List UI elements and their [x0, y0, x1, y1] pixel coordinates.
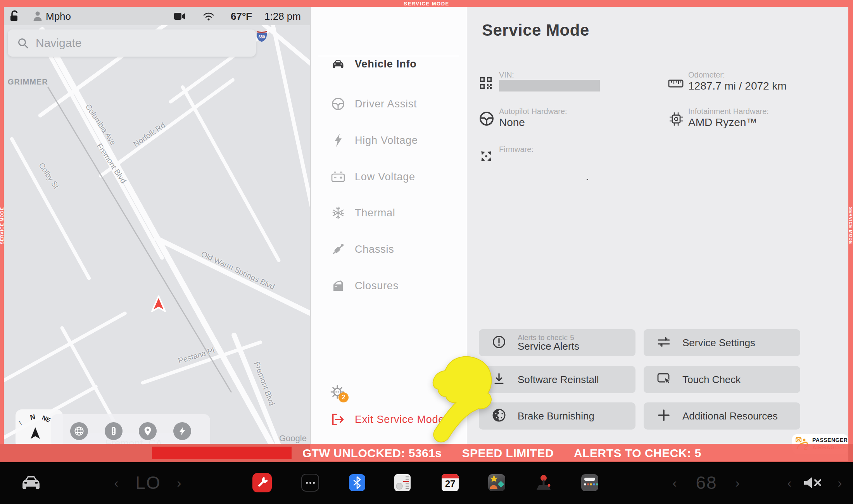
- map-toolbar: [51, 414, 210, 444]
- passenger-temp-down-button[interactable]: ‹: [672, 475, 677, 490]
- driver-name[interactable]: Mpho: [46, 10, 71, 22]
- street-label: Old Warm Springs Blvd: [200, 249, 276, 291]
- driver-temp-down-button[interactable]: ‹: [114, 475, 118, 490]
- app-bluetooth[interactable]: [349, 474, 365, 491]
- autopilot-hardware-label: Autopilot Hardware:: [499, 107, 567, 116]
- menu-item-vehicle-info[interactable]: Vehicle Info: [311, 50, 467, 78]
- menu-item-label: Driver Assist: [355, 98, 417, 110]
- road: [4, 311, 127, 385]
- app-tuner[interactable]: [394, 474, 411, 491]
- vin-label: VIN:: [499, 71, 514, 79]
- gtw-unlocked-status: GTW UNLOCKED: 5361s: [302, 447, 442, 460]
- street-label: Norfolk Rd: [132, 121, 167, 149]
- tuner-dial-icon: [394, 474, 411, 491]
- menu-item-thermal[interactable]: Thermal: [311, 199, 467, 226]
- odometer-label: Odometer:: [688, 71, 725, 79]
- service-mode-panel: Service Mode VIN:: [467, 7, 848, 461]
- sliders-icon: [657, 335, 670, 350]
- steering-wheel-icon: [331, 97, 345, 111]
- menu-item-driver-assist[interactable]: Driver Assist: [311, 90, 467, 117]
- app-launcher-dots[interactable]: [301, 474, 319, 492]
- outside-temperature[interactable]: 67°F: [231, 10, 252, 22]
- driver-temp-up-button[interactable]: ›: [177, 475, 181, 490]
- shock-absorber-icon: [331, 242, 345, 256]
- clock: 1:28 pm: [264, 10, 301, 22]
- service-mode-left-banner: SERVICE MODE: [0, 7, 4, 444]
- alert-circle-icon: [492, 335, 506, 350]
- pins-button[interactable]: [139, 422, 157, 440]
- map-panel[interactable]: Columbia Ave Fremont Blvd Norfolk Rd Col…: [4, 7, 310, 444]
- menu-item-low-voltage[interactable]: Low Voltage: [311, 163, 467, 190]
- infotainment-hardware-label: Infotainment Hardware:: [688, 107, 769, 116]
- driver-temp-value[interactable]: LO: [135, 472, 161, 493]
- ellipsis-icon: [302, 475, 318, 491]
- keyboard-keys: [584, 483, 598, 485]
- compass-ne-label: NE: [41, 414, 52, 424]
- map-pin-icon: [142, 426, 153, 437]
- street-label: Colby St: [37, 161, 60, 191]
- traffic-button[interactable]: [105, 422, 123, 440]
- status-bar: Mpho 67°F 1:28 pm: [4, 7, 310, 25]
- button-label: Service Settings: [682, 337, 755, 349]
- car-icon: [331, 58, 345, 70]
- cabin-camera-icon[interactable]: [174, 12, 185, 21]
- search-icon: [17, 37, 29, 49]
- touch-check-button[interactable]: Touch Check: [644, 366, 800, 393]
- passenger-temp-up-button[interactable]: ›: [735, 475, 739, 490]
- map-style-button[interactable]: [70, 422, 88, 440]
- unlocked-icon[interactable]: [9, 10, 21, 22]
- stray-dot: [587, 179, 588, 180]
- volume-up-button[interactable]: ›: [837, 475, 842, 490]
- touch-screen-icon: [657, 372, 671, 387]
- odometer-value: 1287.7 mi / 2072 km: [688, 80, 787, 92]
- menu-item-high-voltage[interactable]: High Voltage: [311, 127, 467, 154]
- software-reinstall-button[interactable]: Software Reinstall: [479, 366, 635, 393]
- service-mode-banner-text: SERVICE MODE: [0, 207, 4, 244]
- driver-profile-icon[interactable]: [33, 11, 43, 22]
- notification-badge: 2: [338, 392, 349, 402]
- menu-item-label: Chassis: [355, 243, 394, 255]
- button-label: Software Reinstall: [518, 374, 599, 386]
- qr-code-icon: [479, 76, 493, 91]
- road: [180, 85, 281, 262]
- road: [153, 235, 310, 331]
- service-notifications[interactable]: 2: [329, 384, 356, 407]
- service-mode-right-banner: SERVICE MODE: [848, 7, 853, 444]
- highway-shield-680-icon: 680: [256, 29, 268, 43]
- calendar-header: [442, 474, 459, 478]
- passenger-temp-value[interactable]: 68: [696, 472, 717, 493]
- app-keyboard[interactable]: [581, 474, 598, 491]
- menu-item-chassis[interactable]: Chassis: [311, 236, 467, 263]
- menu-item-closures[interactable]: Closures: [311, 272, 467, 299]
- service-settings-button[interactable]: Service Settings: [644, 329, 800, 356]
- lightning-icon: [331, 133, 345, 147]
- compass-heading-arrow-icon: [29, 426, 41, 440]
- volume-down-button[interactable]: ‹: [787, 475, 791, 490]
- service-status-text: GTW UNLOCKED: 5361s SPEED LIMITED ALERTS…: [302, 444, 701, 462]
- autopilot-hardware-value: None: [499, 116, 525, 129]
- compass-n-label: N: [29, 413, 36, 422]
- search-placeholder: Navigate: [36, 36, 81, 50]
- button-label: Touch Check: [682, 374, 741, 386]
- wifi-icon[interactable]: [202, 11, 215, 21]
- button-label: Service Alerts: [518, 340, 579, 352]
- brake-burnishing-button[interactable]: Brake Burnishing: [479, 402, 635, 430]
- chargers-button[interactable]: [173, 422, 191, 440]
- bluetooth-icon: [352, 476, 362, 489]
- alerts-to-check-status: ALERTS TO CHECK: 5: [574, 447, 701, 460]
- vehicle-controls-button[interactable]: [19, 474, 43, 492]
- app-service-wrench[interactable]: [252, 473, 272, 492]
- menu-item-label: Vehicle Info: [355, 58, 417, 70]
- additional-resources-button[interactable]: Additional Resources: [644, 402, 800, 430]
- app-arcade-joystick[interactable]: [534, 473, 554, 493]
- railroad-line: [47, 86, 232, 393]
- app-toybox[interactable]: [488, 474, 505, 491]
- steering-wheel-icon: [479, 111, 494, 128]
- app-calendar[interactable]: 27: [442, 474, 459, 491]
- service-mode-top-banner: SERVICE MODE: [0, 0, 853, 7]
- volume-muted-icon[interactable]: [803, 475, 823, 490]
- navigate-search-input[interactable]: Navigate: [8, 29, 256, 57]
- menu-divider: [318, 56, 459, 56]
- menu-item-label: Thermal: [355, 207, 395, 219]
- service-alerts-button[interactable]: Alerts to check: 5 Service Alerts: [479, 329, 635, 356]
